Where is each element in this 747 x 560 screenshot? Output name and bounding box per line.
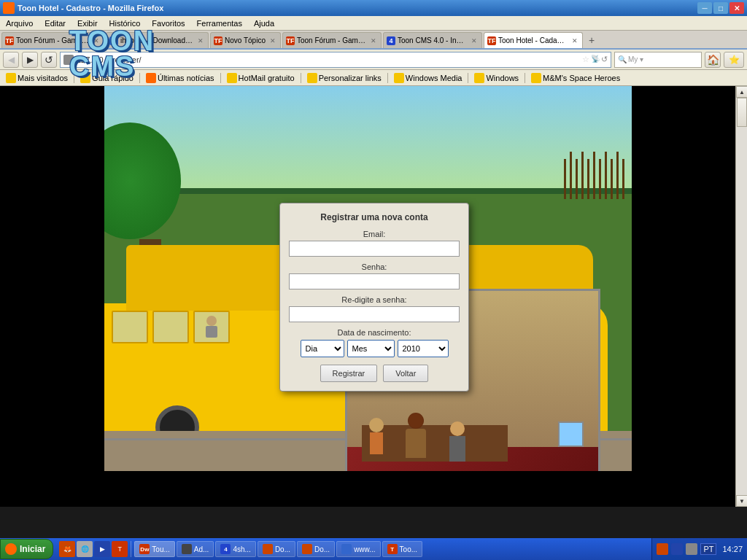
tab-5-label: Toon CMS 4.0 - Inédit... <box>398 36 467 44</box>
taskbar-items: Dw Tou... Ad... 4 4sh... Do... Do... www… <box>134 541 651 557</box>
tab-2-close[interactable]: ✕ <box>196 36 205 45</box>
browser-content: Registrar uma nova conta Email: Senha: R… <box>0 86 747 507</box>
taskbar-item-2-label: Ad... <box>194 545 209 553</box>
voltar-button[interactable]: Voltar <box>383 365 428 382</box>
redigite-input[interactable] <box>289 306 460 322</box>
mes-select[interactable]: Mes Jan <box>347 340 395 357</box>
start-button[interactable]: Iniciar <box>0 539 53 559</box>
bookmark-hotmail-icon <box>227 73 237 83</box>
window-title: Toon Hotel - Cadastro - Mozilla Firefox <box>18 4 163 12</box>
scrollbar-thumb[interactable] <box>737 98 747 127</box>
dialog-title: Registrar uma nova conta <box>289 212 460 222</box>
dob-group: Data de nascimento: Dia 1 2 Mes Jan 2010… <box>289 328 460 357</box>
taskbar: Iniciar 🦊 🌐 ▶ T Dw Tou... Ad... 4 4sh...… <box>0 538 747 560</box>
bookmark-noticias-label: Últimas notícias <box>158 74 214 82</box>
menubar-item-4[interactable]: Favoritos <box>149 18 187 29</box>
senha-input[interactable] <box>289 273 460 289</box>
fence-post-11 <box>622 159 624 199</box>
bookmark-mm-icon <box>531 73 541 83</box>
ql-toon[interactable]: T <box>112 541 128 557</box>
tab-4[interactable]: TF Toon Fórum - Games e... ✕ <box>282 32 382 48</box>
refresh-icon[interactable]: ↺ <box>601 55 608 64</box>
home-button[interactable]: 🏠 <box>705 52 721 68</box>
taskbar-item-6-label: www... <box>354 545 375 553</box>
bookmark-mm[interactable]: M&M's Space Heroes <box>530 72 622 84</box>
email-group: Email: <box>289 230 460 257</box>
taskbar-item-6[interactable]: www... <box>336 541 380 557</box>
search-box[interactable]: 🔍 My ▾ <box>614 52 702 68</box>
character-1 <box>369 418 384 454</box>
ano-select[interactable]: 2010 2009 <box>398 340 449 357</box>
taskbar-item-1[interactable]: Dw Tou... <box>134 541 174 557</box>
bookmark-wm-icon <box>394 73 404 83</box>
tray-time: 14:27 <box>722 545 743 553</box>
scrollbar-track <box>737 98 747 495</box>
reload-button[interactable]: ↺ <box>41 52 57 68</box>
minimize-button[interactable]: ─ <box>697 2 712 14</box>
windows-icon <box>5 543 17 555</box>
bookmark-wm[interactable]: Windows Media <box>392 72 464 84</box>
taskbar-item-5[interactable]: Do... <box>297 541 335 557</box>
bookmark-mais-visitados[interactable]: Mais visitados <box>4 72 69 84</box>
menubar-item-1[interactable]: Editar <box>42 18 69 29</box>
email-label: Email: <box>289 230 460 238</box>
bookmark-personalizar-icon <box>307 73 317 83</box>
tab-6-active[interactable]: TF Toon Hotel - Cadastro ✕ <box>484 32 583 48</box>
char1-head <box>369 418 384 432</box>
redigite-label: Re-digite a senha: <box>289 295 460 304</box>
bookmark-noticias[interactable]: Últimas notícias <box>144 72 216 84</box>
back-button[interactable]: ◀ <box>3 52 19 68</box>
tab-5[interactable]: 4 Toon CMS 4.0 - Inédit... ✕ <box>383 32 482 48</box>
bus-window-1 <box>112 311 148 343</box>
bookmark-personalizar[interactable]: Personalizar links <box>306 72 383 84</box>
dob-label: Data de nascimento: <box>289 328 460 337</box>
taskbar-item-3-icon: 4 <box>220 544 231 554</box>
dia-select[interactable]: Dia 1 2 <box>301 340 344 357</box>
new-tab-button[interactable]: + <box>584 32 599 48</box>
menubar-item-0[interactable]: Arquivo <box>3 18 36 29</box>
ql-ie[interactable]: 🌐 <box>77 541 93 557</box>
game-scene: Registrar uma nova conta Email: Senha: R… <box>104 86 632 471</box>
tab-5-close[interactable]: ✕ <box>470 36 479 45</box>
tab-3-close[interactable]: ✕ <box>268 36 277 45</box>
menubar-item-5[interactable]: Ferramentas <box>194 18 245 29</box>
char3-body <box>449 436 465 462</box>
rss-icon[interactable]: 📡 <box>591 55 600 64</box>
taskbar-item-4[interactable]: Do... <box>258 541 295 557</box>
maximize-button[interactable]: □ <box>713 2 728 14</box>
taskbar-item-3[interactable]: 4 4sh... <box>215 541 255 557</box>
bookmark-hotmail[interactable]: HotMail gratuito <box>225 72 296 84</box>
bookmark-win[interactable]: Windows <box>473 72 520 84</box>
fence-post-7 <box>599 159 601 199</box>
star-icon[interactable]: ☆ <box>582 55 589 64</box>
bookmark-button[interactable]: ⭐ <box>724 52 744 68</box>
tab-3[interactable]: TF Novo Tópico ✕ <box>210 32 281 48</box>
quick-launch: 🦊 🌐 ▶ T <box>56 541 131 557</box>
tray-language: PT <box>700 543 716 555</box>
tab-6-close[interactable]: ✕ <box>570 36 579 45</box>
menubar-item-6[interactable]: Ajuda <box>251 18 277 29</box>
char3-head <box>450 421 465 436</box>
redigite-group: Re-digite a senha: <box>289 295 460 322</box>
taskbar-item-2[interactable]: Ad... <box>177 541 214 557</box>
taskbar-item-7-icon: T <box>387 544 398 554</box>
registrar-button[interactable]: Registrar <box>320 365 378 382</box>
email-input[interactable] <box>289 241 460 257</box>
black-left <box>0 86 104 471</box>
bookmark-folder-icon <box>6 73 16 83</box>
ql-mediaplayer[interactable]: ▶ <box>94 541 110 557</box>
bookmark-sep-6 <box>468 73 468 83</box>
system-tray: PT 14:27 <box>651 538 747 560</box>
titlebar: Toon Hotel - Cadastro - Mozilla Firefox … <box>0 0 747 16</box>
scrollbar-up[interactable]: ▲ <box>736 86 747 98</box>
tab-4-close[interactable]: ✕ <box>369 36 378 45</box>
bus-window-3 <box>193 311 230 343</box>
bookmark-personalizar-label: Personalizar links <box>319 74 382 82</box>
tray-antivirus-icon <box>657 543 668 555</box>
dob-selects: Dia 1 2 Mes Jan 2010 2009 <box>289 340 460 357</box>
scrollbar-down[interactable]: ▼ <box>736 495 747 507</box>
ql-firefox[interactable]: 🦊 <box>59 541 75 557</box>
taskbar-item-7[interactable]: T Too... <box>382 541 422 557</box>
close-button[interactable]: ✕ <box>729 2 744 14</box>
forward-button[interactable]: ▶ <box>22 52 38 68</box>
